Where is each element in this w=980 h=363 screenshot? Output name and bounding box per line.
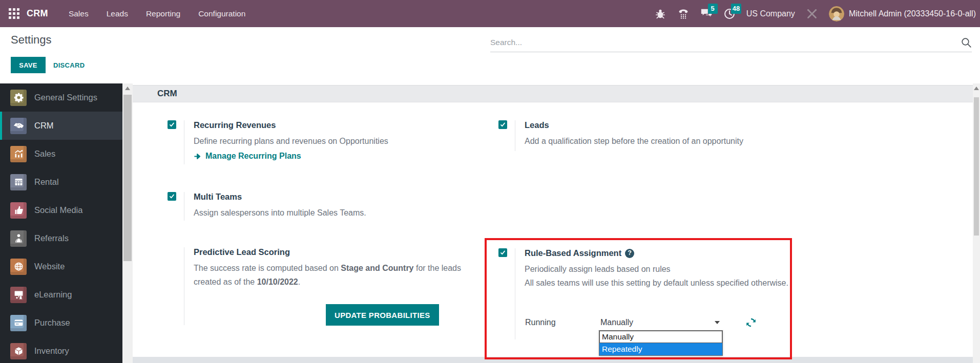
top-navbar: CRM Sales Leads Reporting Configuration … [0,0,980,27]
setting-title: Rule-Based Assignment ? [525,248,795,258]
menu-leads[interactable]: Leads [107,9,128,18]
sidebar-item-sales[interactable]: Sales [0,140,122,168]
sidebar-item-rental[interactable]: Rental [0,168,122,196]
voip-phone-icon[interactable] [677,8,690,20]
multi-teams-checkbox[interactable] [168,192,176,201]
update-probabilities-button[interactable]: UPDATE PROBABILITIES [326,304,439,326]
rental-grid-icon [10,174,27,190]
credit-card-icon [10,315,27,331]
next-section-edge [133,357,973,363]
setting-leads: Leads Add a qualification step before th… [498,120,823,151]
debug-bug-icon[interactable] [654,8,666,20]
setting-title: Predictive Lead Scoring [194,247,464,257]
setting-description: The success rate is computed based on St… [194,261,464,289]
running-select[interactable]: Manually [598,314,723,331]
control-panel: Settings SAVE DISCARD [0,27,980,83]
support-tools-icon[interactable] [806,8,818,20]
app-title[interactable]: CRM [27,8,48,19]
sidebar-item-elearning[interactable]: eLearning [0,281,122,309]
presentation-icon [10,287,27,303]
scroll-up-arrow-icon[interactable] [974,87,979,90]
arrow-right-icon [194,153,201,160]
activities-count-badge: 48 [731,4,741,14]
content-scrollbar-thumb[interactable] [974,97,979,236]
help-icon[interactable]: ? [625,249,634,258]
apps-menu-icon[interactable] [9,8,19,19]
setting-title: Recurring Revenues [194,120,492,130]
setting-recurring-revenues: Recurring Revenues Define recurring plan… [168,120,492,164]
sidebar-scrollbar-thumb[interactable] [123,95,132,261]
refresh-icon[interactable] [745,317,757,328]
scroll-up-arrow-icon[interactable] [125,87,130,90]
setting-title: Multi Teams [194,192,492,202]
search-input[interactable] [490,38,961,47]
thumbs-up-icon [10,202,27,219]
setting-description: Add a qualification step before the crea… [525,134,823,148]
sidebar-scrollbar [122,83,133,363]
setting-title: Leads [525,120,823,130]
menu-sales[interactable]: Sales [69,9,89,18]
section-header-crm: CRM [133,85,973,102]
running-select-dropdown: Manually Repeatedly [599,330,723,356]
running-field-row: Running Manually [525,314,757,331]
crm-settings-screen: CRM Sales Leads Reporting Configuration … [0,0,980,363]
setting-multi-teams: Multi Teams Assign salespersons into mul… [168,192,492,221]
top-menu: Sales Leads Reporting Configuration [69,9,245,18]
rule-based-assignment-checkbox[interactable] [498,248,507,257]
globe-icon [10,259,27,275]
sidebar-item-inventory[interactable]: Inventory [0,337,122,363]
setting-description: Define recurring plans and revenues on O… [194,134,492,148]
sales-chart-icon [10,146,27,162]
settings-panel: CRM Recurring Revenues Define recurring … [133,83,973,363]
setting-description: Assign salespersons into multiple Sales … [194,206,492,220]
save-button[interactable]: SAVE [11,57,46,73]
company-switcher[interactable]: US Company [746,9,795,18]
topbar-right-cluster: 5 48 US Company Mitchell Admin (20333450… [654,0,976,27]
messages-icon[interactable]: 5 [700,8,713,20]
setting-description: Periodically assign leads based on rules… [525,262,795,290]
sidebar-item-website[interactable]: Website [0,252,122,281]
discard-button[interactable]: DISCARD [53,57,85,73]
sidebar-item-social-media[interactable]: Social Media [0,196,122,224]
content-scrollbar [973,83,980,363]
page-title: Settings [11,33,52,47]
search-bar [490,33,972,52]
manage-recurring-plans-link[interactable]: Manage Recurring Plans [194,152,492,161]
running-field-label: Running [525,318,598,327]
menu-configuration[interactable]: Configuration [198,9,245,18]
sidebar-item-referrals[interactable]: Referrals [0,224,122,252]
search-icon[interactable] [961,37,972,48]
chevron-down-icon [715,321,720,324]
messages-count-badge: 5 [708,4,718,14]
option-manually[interactable]: Manually [599,331,722,343]
handshake-icon [10,118,27,134]
leads-checkbox[interactable] [498,120,507,129]
section-title: CRM [157,89,177,99]
box-icon [10,343,27,359]
sidebar-item-purchase[interactable]: Purchase [0,309,122,337]
gear-icon [10,90,27,106]
settings-sidebar: General Settings CRM Sales Rental Social… [0,83,122,363]
referral-person-icon [10,230,27,247]
activities-clock-icon[interactable]: 48 [723,8,736,20]
option-repeatedly[interactable]: Repeatedly [599,343,722,355]
sidebar-item-crm[interactable]: CRM [0,112,122,140]
user-menu[interactable]: Mitchell Admin (20333450-16-0-all) [849,9,976,18]
sidebar-item-general-settings[interactable]: General Settings [0,83,122,112]
menu-reporting[interactable]: Reporting [146,9,180,18]
recurring-revenues-checkbox[interactable] [168,120,176,129]
user-avatar[interactable] [829,6,844,22]
